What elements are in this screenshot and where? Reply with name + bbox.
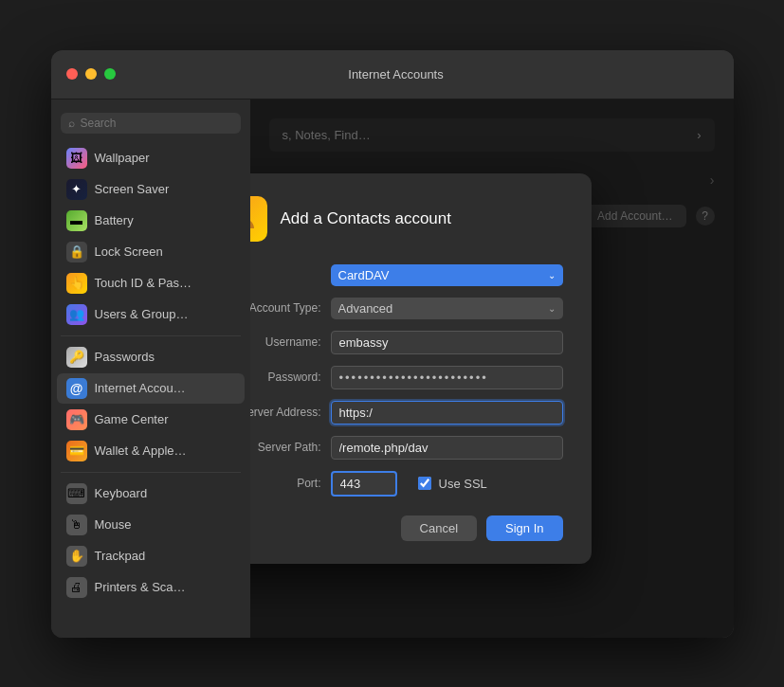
- server-address-row: Server Address:: [250, 401, 563, 425]
- sidebar-item-label: Touch ID & Pas…: [95, 276, 192, 290]
- username-row: Username:: [250, 331, 563, 354]
- server-path-row: Server Path:: [250, 436, 563, 460]
- add-contacts-dialog: Add a Contacts account CardDAV LDAP ⌄: [250, 173, 592, 564]
- password-control[interactable]: [331, 366, 563, 389]
- wallet-icon: 💳: [66, 441, 87, 461]
- window-body: ⌕ 🖼 Wallpaper ✦ Screen Saver ▬ Battery 🔒…: [51, 99, 734, 638]
- use-ssl-label: Use SSL: [439, 477, 487, 491]
- sidebar-item-touchid[interactable]: 👆 Touch ID & Pas…: [57, 268, 245, 298]
- password-row: Password:: [250, 366, 563, 389]
- username-input[interactable]: [331, 331, 563, 354]
- maximize-button[interactable]: [104, 68, 116, 80]
- sidebar-item-label: Mouse: [95, 517, 132, 532]
- ssl-row: Use SSL: [418, 477, 487, 491]
- main-window: Internet Accounts ⌕ 🖼 Wallpaper ✦ Screen…: [51, 50, 734, 638]
- lockscreen-icon: 🔒: [66, 242, 87, 262]
- server-path-control[interactable]: [331, 436, 563, 460]
- username-control[interactable]: [331, 331, 563, 354]
- modal-footer: Cancel Sign In: [250, 515, 563, 541]
- sidebar-item-printers[interactable]: 🖨 Printers & Sca…: [57, 572, 245, 603]
- sidebar-item-label: Printers & Sca…: [95, 580, 186, 594]
- sidebar-item-keyboard[interactable]: ⌨ Keyboard: [57, 479, 245, 509]
- sidebar-item-label: Battery: [95, 213, 134, 227]
- modal-title: Add a Contacts account: [281, 209, 452, 228]
- content-area: s, Notes, Find… › › Add Account… ?: [250, 99, 734, 638]
- signin-button[interactable]: Sign In: [486, 515, 562, 541]
- server-address-control[interactable]: [331, 401, 563, 425]
- account-type-control[interactable]: Advanced Manual Automatic ⌄: [331, 298, 563, 319]
- sidebar-item-passwords[interactable]: 🔑 Passwords: [57, 342, 245, 372]
- sidebar-item-mouse[interactable]: 🖱 Mouse: [57, 510, 245, 540]
- minimize-button[interactable]: [85, 68, 97, 80]
- sidebar-item-users[interactable]: 👥 Users & Group…: [57, 299, 245, 330]
- port-row: Port: Use SSL: [250, 471, 563, 497]
- mouse-icon: 🖱: [66, 515, 87, 535]
- port-input[interactable]: [331, 471, 397, 497]
- use-ssl-checkbox[interactable]: [418, 477, 431, 490]
- sidebar-divider: [61, 335, 241, 336]
- printers-icon: 🖨: [66, 577, 87, 598]
- users-icon: 👥: [66, 304, 87, 325]
- protocol-control[interactable]: CardDAV LDAP ⌄: [331, 264, 563, 286]
- sidebar-item-gamecenter[interactable]: 🎮 Game Center: [57, 405, 245, 435]
- window-title: Internet Accounts: [131, 67, 662, 81]
- sidebar-item-label: Wallet & Apple…: [95, 443, 187, 458]
- sidebar-item-label: Internet Accou…: [95, 381, 186, 395]
- port-ssl-row: Use SSL: [331, 471, 487, 497]
- sidebar-item-internet[interactable]: @ Internet Accou…: [57, 373, 245, 404]
- password-input[interactable]: [331, 366, 563, 389]
- sidebar-item-wallpaper[interactable]: 🖼 Wallpaper: [57, 143, 245, 173]
- wallpaper-icon: 🖼: [66, 148, 87, 169]
- server-address-label: Server Address:: [250, 406, 331, 419]
- sidebar-item-label: Wallpaper: [95, 151, 150, 165]
- screensaver-icon: ✦: [66, 179, 87, 200]
- passwords-icon: 🔑: [66, 347, 87, 368]
- account-type-select[interactable]: Advanced Manual Automatic: [331, 298, 563, 319]
- sidebar-item-trackpad[interactable]: ✋ Trackpad: [57, 541, 245, 571]
- sidebar-item-label: Passwords: [95, 350, 155, 364]
- port-label: Port:: [250, 477, 331, 490]
- sidebar-item-label: Lock Screen: [95, 244, 163, 259]
- server-path-input[interactable]: [331, 436, 563, 460]
- sidebar-item-label: Keyboard: [95, 486, 148, 500]
- sidebar-item-label: Trackpad: [95, 549, 146, 563]
- gamecenter-icon: 🎮: [66, 409, 87, 430]
- account-type-label: Account Type:: [250, 301, 331, 315]
- sidebar-item-wallet[interactable]: 💳 Wallet & Apple…: [57, 436, 245, 466]
- contacts-icon: [250, 196, 267, 242]
- search-box[interactable]: ⌕: [61, 113, 241, 134]
- sidebar-item-screensaver[interactable]: ✦ Screen Saver: [57, 174, 245, 205]
- modal-overlay: Add a Contacts account CardDAV LDAP ⌄: [250, 99, 734, 638]
- touchid-icon: 👆: [66, 273, 87, 294]
- close-button[interactable]: [66, 68, 78, 80]
- cancel-button[interactable]: Cancel: [401, 515, 477, 541]
- username-label: Username:: [250, 335, 331, 349]
- search-input[interactable]: [81, 117, 233, 130]
- keyboard-icon: ⌨: [66, 483, 87, 504]
- modal-header: Add a Contacts account: [250, 196, 563, 242]
- sidebar-item-label: Users & Group…: [95, 307, 189, 321]
- password-label: Password:: [250, 371, 331, 384]
- account-type-row: Account Type: Advanced Manual Automatic …: [250, 298, 563, 319]
- server-address-input[interactable]: [331, 401, 563, 425]
- search-icon: ⌕: [68, 117, 75, 130]
- internet-icon: @: [66, 378, 87, 399]
- sidebar-divider-2: [61, 472, 241, 473]
- server-path-label: Server Path:: [250, 441, 331, 454]
- trackpad-icon: ✋: [66, 546, 87, 567]
- sidebar-item-label: Screen Saver: [95, 182, 170, 196]
- sidebar-item-battery[interactable]: ▬ Battery: [57, 206, 245, 236]
- traffic-lights: [66, 68, 116, 80]
- sidebar: ⌕ 🖼 Wallpaper ✦ Screen Saver ▬ Battery 🔒…: [51, 99, 250, 638]
- title-bar: Internet Accounts: [51, 50, 734, 99]
- sidebar-item-label: Game Center: [95, 412, 169, 426]
- protocol-row: CardDAV LDAP ⌄: [250, 264, 563, 286]
- battery-icon: ▬: [66, 210, 87, 231]
- protocol-select[interactable]: CardDAV LDAP: [331, 264, 563, 286]
- sidebar-item-lockscreen[interactable]: 🔒 Lock Screen: [57, 237, 245, 267]
